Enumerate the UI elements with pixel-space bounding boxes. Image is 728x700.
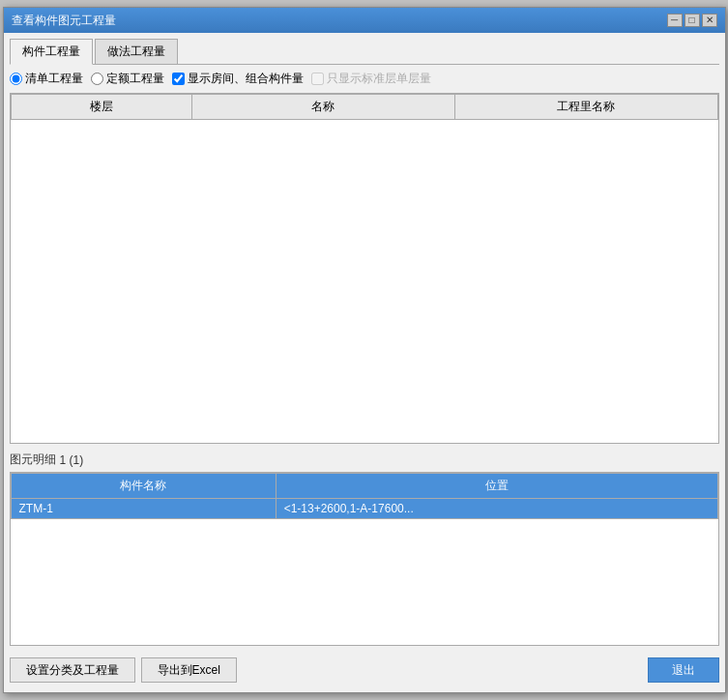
minimize-button[interactable]: ─ xyxy=(667,14,683,27)
section-header: 图元明细 1 (1) xyxy=(10,452,719,468)
tab-component-engineering[interactable]: 构件工程量 xyxy=(10,39,93,65)
maximize-button[interactable]: □ xyxy=(684,14,700,27)
tab-method-engineering[interactable]: 做法工程量 xyxy=(95,39,178,64)
detail-cell-position: <1-13+2600,1-A-17600... xyxy=(276,499,717,519)
checkbox-standard-floor-label[interactable]: 只显示标准层单层量 xyxy=(311,71,431,87)
radio-quota-label[interactable]: 定额工程量 xyxy=(91,71,164,87)
window-title: 查看构件图元工程量 xyxy=(12,13,116,29)
detail-table: 构件名称 位置 ZTM-1 <1-13+2600,1-A-17600... xyxy=(11,473,718,519)
footer-left-buttons: 设置分类及工程量 导出到Excel xyxy=(10,657,237,683)
detail-col-header-position: 位置 xyxy=(276,474,717,499)
main-table: 楼层 名称 工程里名称 xyxy=(11,94,718,120)
radio-quota-text: 定额工程量 xyxy=(106,71,164,87)
detail-col-header-name: 构件名称 xyxy=(11,474,276,499)
radio-list-text: 清单工程量 xyxy=(25,71,83,87)
checkbox-standard-floor-input[interactable] xyxy=(311,73,324,85)
radio-quota-input[interactable] xyxy=(91,73,103,85)
classify-button[interactable]: 设置分类及工程量 xyxy=(10,657,135,683)
main-table-area[interactable]: 楼层 名称 工程里名称 xyxy=(10,93,719,444)
table-row[interactable]: ZTM-1 <1-13+2600,1-A-17600... xyxy=(11,499,717,519)
section-label: 图元明细 xyxy=(10,452,56,468)
checkbox-show-room-label[interactable]: 显示房间、组合构件量 xyxy=(172,71,304,87)
col-header-engname: 工程里名称 xyxy=(454,95,717,120)
exit-button[interactable]: 退出 xyxy=(648,657,719,683)
radio-list-input[interactable] xyxy=(10,73,22,85)
title-bar: 查看构件图元工程量 ─ □ ✕ xyxy=(4,8,725,33)
section-count: 1 (1) xyxy=(60,453,84,467)
checkbox-show-room-input[interactable] xyxy=(172,73,185,85)
checkbox-show-room-text: 显示房间、组合构件量 xyxy=(188,71,304,87)
tab-bar: 构件工程量 做法工程量 xyxy=(10,39,719,65)
col-header-floor: 楼层 xyxy=(11,95,191,120)
col-header-name: 名称 xyxy=(191,95,454,120)
window-body: 构件工程量 做法工程量 清单工程量 定额工程量 显示房间、组合构件量 只显示标准… xyxy=(4,33,725,692)
export-button[interactable]: 导出到Excel xyxy=(141,657,237,683)
detail-table-area[interactable]: 构件名称 位置 ZTM-1 <1-13+2600,1-A-17600... xyxy=(10,472,719,646)
close-button[interactable]: ✕ xyxy=(702,14,717,27)
detail-cell-name: ZTM-1 xyxy=(11,499,276,519)
radio-list-label[interactable]: 清单工程量 xyxy=(10,71,83,87)
footer: 设置分类及工程量 导出到Excel 退出 xyxy=(10,654,719,686)
checkbox-standard-floor-text: 只显示标准层单层量 xyxy=(327,71,431,87)
title-controls: ─ □ ✕ xyxy=(667,14,717,27)
options-row: 清单工程量 定额工程量 显示房间、组合构件量 只显示标准层单层量 xyxy=(10,71,719,87)
main-window: 查看构件图元工程量 ─ □ ✕ 构件工程量 做法工程量 清单工程量 定额工程量 xyxy=(3,7,726,693)
